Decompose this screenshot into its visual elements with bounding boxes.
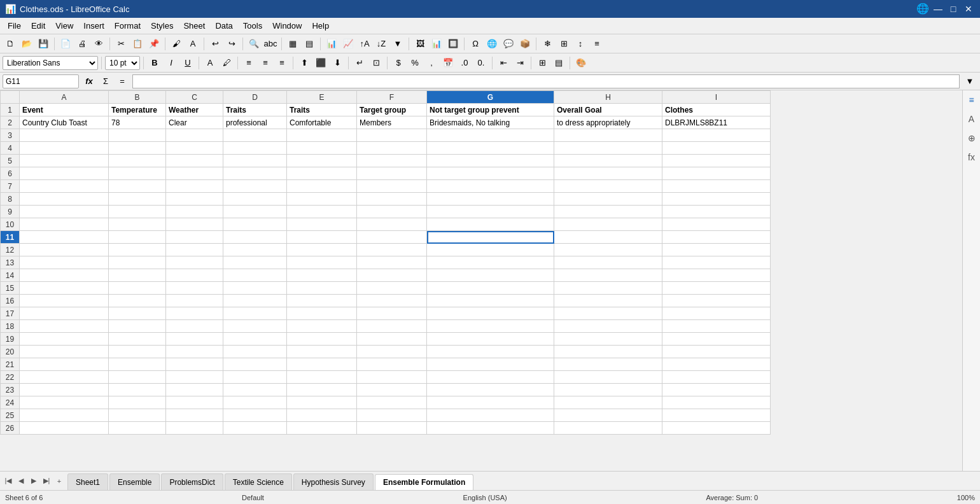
bot-align-button[interactable]: ⬇ bbox=[330, 55, 345, 71]
cell-D16[interactable] bbox=[223, 295, 287, 307]
add-sheet-button[interactable]: + bbox=[53, 475, 65, 487]
special-char-button[interactable]: Ω bbox=[468, 36, 483, 52]
cell-F7[interactable] bbox=[357, 180, 427, 193]
cell-F13[interactable] bbox=[357, 256, 427, 269]
wrap-button[interactable]: ↵ bbox=[352, 55, 367, 71]
row-number-16[interactable]: 16 bbox=[1, 295, 20, 307]
autofilter-button[interactable]: ▼ bbox=[390, 36, 405, 52]
row-number-21[interactable]: 21 bbox=[1, 358, 20, 371]
cell-C2[interactable]: Clear bbox=[166, 116, 223, 129]
cell-D19[interactable] bbox=[223, 333, 287, 346]
row-number-15[interactable]: 15 bbox=[1, 282, 20, 295]
tab-ensemble-formulation[interactable]: Ensemble Formulation bbox=[375, 474, 473, 491]
cell-A8[interactable] bbox=[20, 193, 109, 206]
cell-D9[interactable] bbox=[223, 206, 287, 218]
border-color-button[interactable]: ▤ bbox=[551, 55, 566, 71]
cell-F8[interactable] bbox=[357, 193, 427, 206]
split-button[interactable]: ↕ bbox=[573, 36, 588, 52]
cell-H20[interactable] bbox=[554, 346, 662, 358]
cell-E17[interactable] bbox=[287, 307, 357, 320]
cell-H9[interactable] bbox=[554, 206, 662, 218]
cell-E22[interactable] bbox=[287, 371, 357, 384]
grid-scroll[interactable]: A B C D E F G H I 1EventTemperatureWeath… bbox=[0, 90, 962, 471]
cell-A13[interactable] bbox=[20, 256, 109, 269]
cell-C7[interactable] bbox=[166, 180, 223, 193]
cell-B14[interactable] bbox=[109, 269, 166, 282]
cell-A23[interactable] bbox=[20, 384, 109, 396]
cell-B10[interactable] bbox=[109, 218, 166, 231]
cell-C1[interactable]: Weather bbox=[166, 104, 223, 116]
cell-D4[interactable] bbox=[223, 142, 287, 155]
sum-button[interactable]: Σ bbox=[98, 74, 113, 89]
cell-I22[interactable] bbox=[662, 371, 771, 384]
cell-F1[interactable]: Target group bbox=[357, 104, 427, 116]
cell-B11[interactable] bbox=[109, 231, 166, 244]
cell-E24[interactable] bbox=[287, 396, 357, 409]
formula-expand-button[interactable]: ▼ bbox=[962, 74, 977, 89]
row-number-11[interactable]: 11 bbox=[1, 231, 20, 244]
cell-A4[interactable] bbox=[20, 142, 109, 155]
pivot-button[interactable]: 🔲 bbox=[445, 36, 461, 52]
navigator-icon[interactable]: A bbox=[965, 112, 979, 126]
cell-C6[interactable] bbox=[166, 167, 223, 180]
last-sheet-button[interactable]: ▶| bbox=[41, 475, 52, 487]
cell-E25[interactable] bbox=[287, 409, 357, 422]
open-button[interactable]: 📂 bbox=[19, 36, 34, 52]
cell-C11[interactable] bbox=[166, 231, 223, 244]
font-color-button[interactable]: A bbox=[202, 55, 218, 71]
cell-C25[interactable] bbox=[166, 409, 223, 422]
cell-I17[interactable] bbox=[662, 307, 771, 320]
cell-C20[interactable] bbox=[166, 346, 223, 358]
cell-G8[interactable] bbox=[427, 193, 554, 206]
cell-E19[interactable] bbox=[287, 333, 357, 346]
tab-textile-science[interactable]: Textile Science bbox=[225, 473, 292, 490]
cell-I8[interactable] bbox=[662, 193, 771, 206]
col-header-D[interactable]: D bbox=[223, 91, 287, 104]
cell-F26[interactable] bbox=[357, 422, 427, 435]
new-button[interactable]: 🗋 bbox=[3, 36, 18, 52]
cell-I19[interactable] bbox=[662, 333, 771, 346]
cell-D15[interactable] bbox=[223, 282, 287, 295]
cell-F10[interactable] bbox=[357, 218, 427, 231]
row-number-14[interactable]: 14 bbox=[1, 269, 20, 282]
cell-G14[interactable] bbox=[427, 269, 554, 282]
cell-I26[interactable] bbox=[662, 422, 771, 435]
chart-button[interactable]: 📊 bbox=[324, 36, 339, 52]
cell-E16[interactable] bbox=[287, 295, 357, 307]
cell-F25[interactable] bbox=[357, 409, 427, 422]
cell-I10[interactable] bbox=[662, 218, 771, 231]
grid-view-button[interactable]: ⊞ bbox=[556, 36, 571, 52]
cell-A10[interactable] bbox=[20, 218, 109, 231]
cell-G1[interactable]: Not target group prevent bbox=[427, 104, 554, 116]
prev-sheet-button[interactable]: ◀ bbox=[15, 475, 27, 487]
cell-F3[interactable] bbox=[357, 129, 427, 142]
cell-E26[interactable] bbox=[287, 422, 357, 435]
cell-D2[interactable]: professional bbox=[223, 116, 287, 129]
cell-C23[interactable] bbox=[166, 384, 223, 396]
cell-A2[interactable]: Country Club Toast bbox=[20, 116, 109, 129]
formula-button[interactable]: = bbox=[115, 74, 130, 89]
cell-E18[interactable] bbox=[287, 320, 357, 333]
cell-A7[interactable] bbox=[20, 180, 109, 193]
cell-E5[interactable] bbox=[287, 155, 357, 167]
image-button[interactable]: 🖼 bbox=[412, 36, 428, 52]
cell-B7[interactable] bbox=[109, 180, 166, 193]
menu-tools[interactable]: Tools bbox=[238, 20, 267, 32]
preview-button[interactable]: 👁 bbox=[91, 36, 106, 52]
col-header-I[interactable]: I bbox=[662, 91, 771, 104]
row-number-4[interactable]: 4 bbox=[1, 142, 20, 155]
row-number-7[interactable]: 7 bbox=[1, 180, 20, 193]
cell-A18[interactable] bbox=[20, 320, 109, 333]
cell-D11[interactable] bbox=[223, 231, 287, 244]
cell-I20[interactable] bbox=[662, 346, 771, 358]
cell-G12[interactable] bbox=[427, 244, 554, 256]
cell-F6[interactable] bbox=[357, 167, 427, 180]
dec-dec-button[interactable]: 0. bbox=[473, 55, 489, 71]
cell-H11[interactable] bbox=[554, 231, 662, 244]
cell-C19[interactable] bbox=[166, 333, 223, 346]
pdf-button[interactable]: 📄 bbox=[58, 36, 73, 52]
tab-hypothesis-survey[interactable]: Hypothesis Survey bbox=[293, 473, 374, 490]
cell-A6[interactable] bbox=[20, 167, 109, 180]
name-box[interactable] bbox=[3, 74, 79, 88]
menu-window[interactable]: Window bbox=[267, 20, 307, 32]
